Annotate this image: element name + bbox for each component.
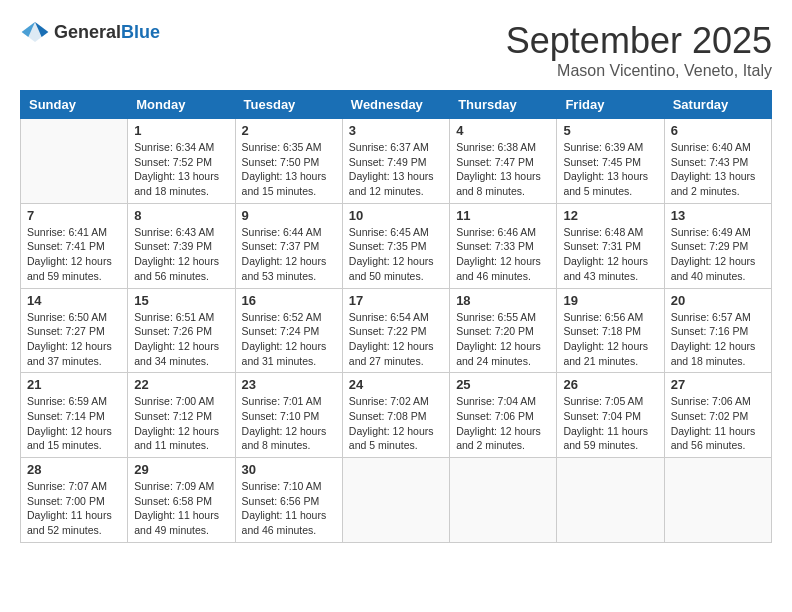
table-row [21,119,128,204]
day-number: 11 [456,208,550,223]
col-wednesday: Wednesday [342,91,449,119]
day-info: Sunrise: 6:49 AMSunset: 7:29 PMDaylight:… [671,225,765,284]
col-monday: Monday [128,91,235,119]
calendar-week-row: 1Sunrise: 6:34 AMSunset: 7:52 PMDaylight… [21,119,772,204]
day-number: 25 [456,377,550,392]
table-row: 12Sunrise: 6:48 AMSunset: 7:31 PMDayligh… [557,203,664,288]
day-number: 10 [349,208,443,223]
col-sunday: Sunday [21,91,128,119]
table-row [342,458,449,543]
table-row: 7Sunrise: 6:41 AMSunset: 7:41 PMDaylight… [21,203,128,288]
day-number: 26 [563,377,657,392]
table-row: 6Sunrise: 6:40 AMSunset: 7:43 PMDaylight… [664,119,771,204]
table-row: 17Sunrise: 6:54 AMSunset: 7:22 PMDayligh… [342,288,449,373]
day-info: Sunrise: 7:09 AMSunset: 6:58 PMDaylight:… [134,479,228,538]
day-number: 16 [242,293,336,308]
table-row: 15Sunrise: 6:51 AMSunset: 7:26 PMDayligh… [128,288,235,373]
day-number: 2 [242,123,336,138]
table-row: 25Sunrise: 7:04 AMSunset: 7:06 PMDayligh… [450,373,557,458]
table-row: 27Sunrise: 7:06 AMSunset: 7:02 PMDayligh… [664,373,771,458]
table-row [557,458,664,543]
day-info: Sunrise: 6:43 AMSunset: 7:39 PMDaylight:… [134,225,228,284]
calendar-week-row: 14Sunrise: 6:50 AMSunset: 7:27 PMDayligh… [21,288,772,373]
logo-text-general: General [54,22,121,42]
day-number: 28 [27,462,121,477]
title-block: September 2025 Mason Vicentino, Veneto, … [506,20,772,80]
day-info: Sunrise: 6:41 AMSunset: 7:41 PMDaylight:… [27,225,121,284]
location-title: Mason Vicentino, Veneto, Italy [506,62,772,80]
table-row: 30Sunrise: 7:10 AMSunset: 6:56 PMDayligh… [235,458,342,543]
day-number: 29 [134,462,228,477]
col-thursday: Thursday [450,91,557,119]
calendar-week-row: 7Sunrise: 6:41 AMSunset: 7:41 PMDaylight… [21,203,772,288]
table-row: 14Sunrise: 6:50 AMSunset: 7:27 PMDayligh… [21,288,128,373]
table-row: 21Sunrise: 6:59 AMSunset: 7:14 PMDayligh… [21,373,128,458]
table-row: 16Sunrise: 6:52 AMSunset: 7:24 PMDayligh… [235,288,342,373]
day-number: 17 [349,293,443,308]
col-tuesday: Tuesday [235,91,342,119]
day-info: Sunrise: 6:57 AMSunset: 7:16 PMDaylight:… [671,310,765,369]
day-info: Sunrise: 7:01 AMSunset: 7:10 PMDaylight:… [242,394,336,453]
calendar-week-row: 28Sunrise: 7:07 AMSunset: 7:00 PMDayligh… [21,458,772,543]
table-row: 10Sunrise: 6:45 AMSunset: 7:35 PMDayligh… [342,203,449,288]
day-info: Sunrise: 6:44 AMSunset: 7:37 PMDaylight:… [242,225,336,284]
day-info: Sunrise: 6:52 AMSunset: 7:24 PMDaylight:… [242,310,336,369]
day-number: 23 [242,377,336,392]
day-info: Sunrise: 7:05 AMSunset: 7:04 PMDaylight:… [563,394,657,453]
logo-icon [20,20,50,44]
table-row: 11Sunrise: 6:46 AMSunset: 7:33 PMDayligh… [450,203,557,288]
day-info: Sunrise: 7:06 AMSunset: 7:02 PMDaylight:… [671,394,765,453]
day-number: 18 [456,293,550,308]
day-number: 15 [134,293,228,308]
day-number: 14 [27,293,121,308]
day-info: Sunrise: 6:59 AMSunset: 7:14 PMDaylight:… [27,394,121,453]
day-info: Sunrise: 6:45 AMSunset: 7:35 PMDaylight:… [349,225,443,284]
table-row: 19Sunrise: 6:56 AMSunset: 7:18 PMDayligh… [557,288,664,373]
month-title: September 2025 [506,20,772,62]
table-row: 20Sunrise: 6:57 AMSunset: 7:16 PMDayligh… [664,288,771,373]
day-info: Sunrise: 6:35 AMSunset: 7:50 PMDaylight:… [242,140,336,199]
day-info: Sunrise: 6:51 AMSunset: 7:26 PMDaylight:… [134,310,228,369]
day-number: 13 [671,208,765,223]
table-row: 24Sunrise: 7:02 AMSunset: 7:08 PMDayligh… [342,373,449,458]
day-info: Sunrise: 7:02 AMSunset: 7:08 PMDaylight:… [349,394,443,453]
day-info: Sunrise: 6:54 AMSunset: 7:22 PMDaylight:… [349,310,443,369]
day-number: 4 [456,123,550,138]
day-number: 8 [134,208,228,223]
table-row: 28Sunrise: 7:07 AMSunset: 7:00 PMDayligh… [21,458,128,543]
day-info: Sunrise: 6:50 AMSunset: 7:27 PMDaylight:… [27,310,121,369]
day-number: 19 [563,293,657,308]
calendar-week-row: 21Sunrise: 6:59 AMSunset: 7:14 PMDayligh… [21,373,772,458]
day-info: Sunrise: 7:00 AMSunset: 7:12 PMDaylight:… [134,394,228,453]
table-row: 8Sunrise: 6:43 AMSunset: 7:39 PMDaylight… [128,203,235,288]
col-saturday: Saturday [664,91,771,119]
day-info: Sunrise: 7:04 AMSunset: 7:06 PMDaylight:… [456,394,550,453]
day-info: Sunrise: 7:10 AMSunset: 6:56 PMDaylight:… [242,479,336,538]
day-info: Sunrise: 6:39 AMSunset: 7:45 PMDaylight:… [563,140,657,199]
day-number: 7 [27,208,121,223]
day-info: Sunrise: 6:46 AMSunset: 7:33 PMDaylight:… [456,225,550,284]
table-row: 18Sunrise: 6:55 AMSunset: 7:20 PMDayligh… [450,288,557,373]
day-number: 1 [134,123,228,138]
table-row: 9Sunrise: 6:44 AMSunset: 7:37 PMDaylight… [235,203,342,288]
calendar-header-row: Sunday Monday Tuesday Wednesday Thursday… [21,91,772,119]
day-info: Sunrise: 7:07 AMSunset: 7:00 PMDaylight:… [27,479,121,538]
day-number: 3 [349,123,443,138]
page-header: GeneralBlue September 2025 Mason Vicenti… [20,20,772,80]
day-info: Sunrise: 6:37 AMSunset: 7:49 PMDaylight:… [349,140,443,199]
table-row: 4Sunrise: 6:38 AMSunset: 7:47 PMDaylight… [450,119,557,204]
day-number: 6 [671,123,765,138]
day-number: 9 [242,208,336,223]
table-row [664,458,771,543]
day-number: 24 [349,377,443,392]
col-friday: Friday [557,91,664,119]
table-row: 13Sunrise: 6:49 AMSunset: 7:29 PMDayligh… [664,203,771,288]
table-row [450,458,557,543]
table-row: 23Sunrise: 7:01 AMSunset: 7:10 PMDayligh… [235,373,342,458]
table-row: 5Sunrise: 6:39 AMSunset: 7:45 PMDaylight… [557,119,664,204]
day-info: Sunrise: 6:56 AMSunset: 7:18 PMDaylight:… [563,310,657,369]
day-number: 5 [563,123,657,138]
day-info: Sunrise: 6:48 AMSunset: 7:31 PMDaylight:… [563,225,657,284]
day-info: Sunrise: 6:34 AMSunset: 7:52 PMDaylight:… [134,140,228,199]
table-row: 29Sunrise: 7:09 AMSunset: 6:58 PMDayligh… [128,458,235,543]
